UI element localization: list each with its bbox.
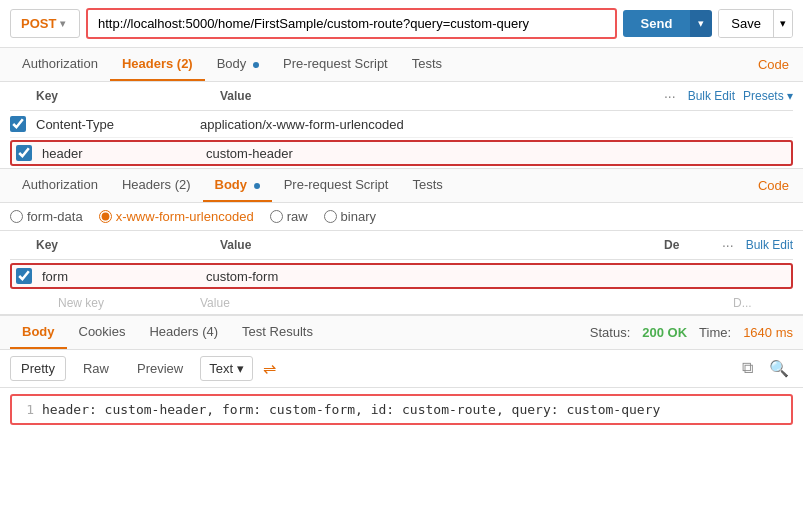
radio-binary[interactable]: binary	[324, 209, 376, 224]
bottom-status: Status: 200 OK Time: 1640 ms	[590, 325, 793, 340]
tab-authorization-top[interactable]: Authorization	[10, 48, 110, 81]
row1-key: Content-Type	[36, 117, 196, 132]
tab-headers-body[interactable]: Headers (2)	[110, 169, 203, 202]
tab-tests-top[interactable]: Tests	[400, 48, 454, 81]
code-link-body[interactable]: Code	[754, 170, 793, 201]
tab-prerequest-body[interactable]: Pre-request Script	[272, 169, 401, 202]
body-tab-dot2	[254, 183, 260, 189]
body-key-header: Key	[36, 238, 216, 252]
tab-headers-bottom[interactable]: Headers (4)	[137, 316, 230, 349]
tab-body-bottom[interactable]: Body	[10, 316, 67, 349]
response-icons: ⧉ 🔍	[738, 357, 793, 380]
row2-value: custom-header	[206, 146, 787, 161]
method-dropdown[interactable]: POST ▾	[10, 9, 80, 38]
row2-checkbox[interactable]	[16, 145, 32, 161]
body-table-header: Key Value De ··· Bulk Edit	[10, 231, 793, 260]
headers-key-header: Key	[36, 89, 216, 103]
response-body: 1 header: custom-header, form: custom-fo…	[10, 394, 793, 425]
new-key-placeholder: New key	[36, 296, 196, 310]
radio-form-data[interactable]: form-data	[10, 209, 83, 224]
response-tab-preview[interactable]: Preview	[126, 356, 194, 381]
headers-table-header: Key Value ··· Bulk Edit Presets ▾	[10, 82, 793, 111]
tab-tests-body[interactable]: Tests	[400, 169, 454, 202]
new-value-placeholder: Value	[200, 296, 729, 310]
response-tab-pretty[interactable]: Pretty	[10, 356, 66, 381]
body-table-section: Key Value De ··· Bulk Edit form custom-f…	[0, 231, 803, 314]
url-input[interactable]	[86, 8, 617, 39]
tab-headers-top[interactable]: Headers (2)	[110, 48, 205, 81]
text-select-chevron: ▾	[237, 361, 244, 376]
row1-value: application/x-www-form-urlencoded	[200, 117, 793, 132]
headers-dots-btn[interactable]: ···	[660, 86, 680, 106]
new-desc-placeholder: D...	[733, 296, 793, 310]
tab-body-body[interactable]: Body	[203, 169, 272, 202]
headers-bulk-edit-btn[interactable]: Bulk Edit	[688, 89, 735, 103]
status-label: Status:	[590, 325, 630, 340]
text-select-dropdown[interactable]: Text ▾	[200, 356, 253, 381]
table-row: form custom-form	[10, 263, 793, 289]
send-button[interactable]: Send	[623, 10, 691, 37]
save-btn-group: Save ▾	[718, 9, 793, 38]
tab-cookies-bottom[interactable]: Cookies	[67, 316, 138, 349]
headers-presets-btn[interactable]: Presets ▾	[743, 89, 793, 103]
save-chevron[interactable]: ▾	[773, 10, 792, 37]
status-value: 200 OK	[642, 325, 687, 340]
new-key-row: New key Value D...	[10, 292, 793, 314]
send-btn-group: Send ▾	[623, 10, 713, 37]
body-dots-btn[interactable]: ···	[718, 235, 738, 255]
tab-authorization-body[interactable]: Authorization	[10, 169, 110, 202]
row1-checkbox[interactable]	[10, 116, 26, 132]
radio-raw[interactable]: raw	[270, 209, 308, 224]
bottom-tab-row: Body Cookies Headers (4) Test Results St…	[0, 315, 803, 350]
form-row-value: custom-form	[206, 269, 733, 284]
bulk-edit-area-headers: ··· Bulk Edit Presets ▾	[660, 86, 793, 106]
body-value-header: Value	[220, 238, 660, 252]
response-toolbar: Pretty Raw Preview Text ▾ ⇌ ⧉ 🔍	[0, 350, 803, 388]
headers-table-section: Key Value ··· Bulk Edit Presets ▾ Conten…	[0, 82, 803, 166]
code-link-top[interactable]: Code	[754, 49, 793, 80]
time-label: Time:	[699, 325, 731, 340]
form-row-key: form	[42, 269, 202, 284]
top-tab-row: Authorization Headers (2) Body Pre-reque…	[0, 48, 803, 82]
row2-key: header	[42, 146, 202, 161]
headers-value-header: Value	[220, 89, 656, 103]
bulk-edit-area-body: ··· Bulk Edit	[718, 235, 793, 255]
method-label: POST	[21, 16, 56, 31]
response-tab-raw[interactable]: Raw	[72, 356, 120, 381]
tab-body-top[interactable]: Body	[205, 48, 271, 81]
top-bar: POST ▾ Send ▾ Save ▾	[0, 0, 803, 48]
format-icon[interactable]: ⇌	[263, 359, 276, 378]
method-chevron: ▾	[60, 18, 65, 29]
table-row: header custom-header	[10, 140, 793, 166]
table-row: Content-Type application/x-www-form-urle…	[10, 111, 793, 138]
time-value: 1640 ms	[743, 325, 793, 340]
body-tab-dot	[253, 62, 259, 68]
send-chevron[interactable]: ▾	[690, 10, 712, 37]
search-icon[interactable]: 🔍	[765, 357, 793, 380]
body-desc-header: De	[664, 238, 714, 252]
line-number: 1	[18, 402, 34, 417]
form-row-checkbox[interactable]	[16, 268, 32, 284]
response-text: header: custom-header, form: custom-form…	[42, 402, 785, 417]
text-select-label: Text	[209, 361, 233, 376]
body-options-row: form-data x-www-form-urlencoded raw bina…	[0, 203, 803, 231]
body-bulk-edit-btn[interactable]: Bulk Edit	[746, 238, 793, 252]
copy-icon[interactable]: ⧉	[738, 357, 757, 380]
save-button[interactable]: Save	[719, 10, 773, 37]
tab-prerequest-top[interactable]: Pre-request Script	[271, 48, 400, 81]
tab-test-results-bottom[interactable]: Test Results	[230, 316, 325, 349]
body-tab-row: Authorization Headers (2) Body Pre-reque…	[0, 169, 803, 203]
radio-x-www[interactable]: x-www-form-urlencoded	[99, 209, 254, 224]
